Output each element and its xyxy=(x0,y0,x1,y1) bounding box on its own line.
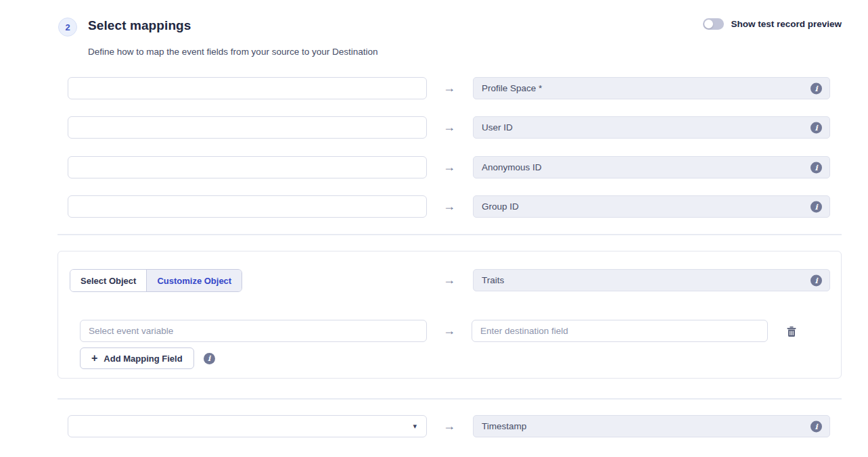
toggle-knob xyxy=(704,20,713,28)
destination-field-input[interactable] xyxy=(472,320,768,342)
add-mapping-row: + Add Mapping Field i xyxy=(80,347,215,369)
chevron-down-icon: ▾ xyxy=(413,422,417,431)
toggle-label: Show test record preview xyxy=(731,19,842,29)
tab-customize-object[interactable]: Customize Object xyxy=(146,270,242,291)
destination-label: Profile Space * xyxy=(482,83,542,93)
event-variable-input[interactable] xyxy=(80,320,427,342)
info-icon[interactable]: i xyxy=(810,201,822,212)
info-icon[interactable]: i xyxy=(810,82,822,94)
timestamp-source-select[interactable]: ▾ xyxy=(68,415,427,437)
info-icon[interactable]: i xyxy=(810,420,822,432)
arrow-right-icon: → xyxy=(438,195,460,218)
section-divider xyxy=(58,234,842,235)
object-mode-tab-group: Select Object Customize Object xyxy=(70,269,242,292)
arrow-right-icon: → xyxy=(438,77,460,99)
page-title: Select mappings xyxy=(88,18,191,33)
destination-field-anonymous-id: Anonymous ID i xyxy=(473,156,830,178)
source-field-input-profile-space[interactable] xyxy=(68,77,427,99)
plus-icon: + xyxy=(91,353,97,364)
trash-icon xyxy=(786,326,797,337)
info-icon[interactable]: i xyxy=(810,162,822,173)
section-divider xyxy=(58,398,842,400)
step-number-badge: 2 xyxy=(58,18,77,37)
info-icon[interactable]: i xyxy=(204,353,215,364)
tab-select-object[interactable]: Select Object xyxy=(70,270,146,291)
destination-label: Timestamp xyxy=(482,421,526,431)
destination-field-user-id: User ID i xyxy=(473,116,830,139)
destination-label: Anonymous ID xyxy=(482,162,542,172)
select-mappings-panel: 2 Select mappings Show test record previ… xyxy=(0,0,868,457)
destination-field-group-id: Group ID i xyxy=(473,195,830,218)
add-mapping-field-button[interactable]: + Add Mapping Field xyxy=(80,347,194,369)
source-field-input-anonymous-id[interactable] xyxy=(68,156,427,178)
destination-label: Group ID xyxy=(482,201,519,212)
destination-field-traits: Traits i xyxy=(473,269,830,291)
arrow-right-icon: → xyxy=(438,116,460,139)
destination-field-profile-space: Profile Space * i xyxy=(473,77,830,99)
source-field-input-group-id[interactable] xyxy=(68,195,427,218)
test-record-preview-control: Show test record preview xyxy=(703,18,842,30)
page-subtitle: Define how to map the event fields from … xyxy=(88,47,378,57)
info-icon[interactable]: i xyxy=(810,274,822,286)
source-field-input-user-id[interactable] xyxy=(68,116,427,139)
show-test-record-preview-toggle[interactable] xyxy=(703,18,724,30)
destination-label: User ID xyxy=(482,122,513,133)
info-icon[interactable]: i xyxy=(810,122,822,133)
destination-label: Traits xyxy=(482,275,504,285)
arrow-right-icon: → xyxy=(438,415,460,437)
add-mapping-field-label: Add Mapping Field xyxy=(104,354,182,364)
arrow-right-icon: → xyxy=(438,320,460,342)
delete-mapping-button[interactable] xyxy=(785,325,798,337)
destination-field-timestamp: Timestamp i xyxy=(473,415,830,437)
arrow-right-icon: → xyxy=(438,269,460,291)
arrow-right-icon: → xyxy=(438,156,460,178)
